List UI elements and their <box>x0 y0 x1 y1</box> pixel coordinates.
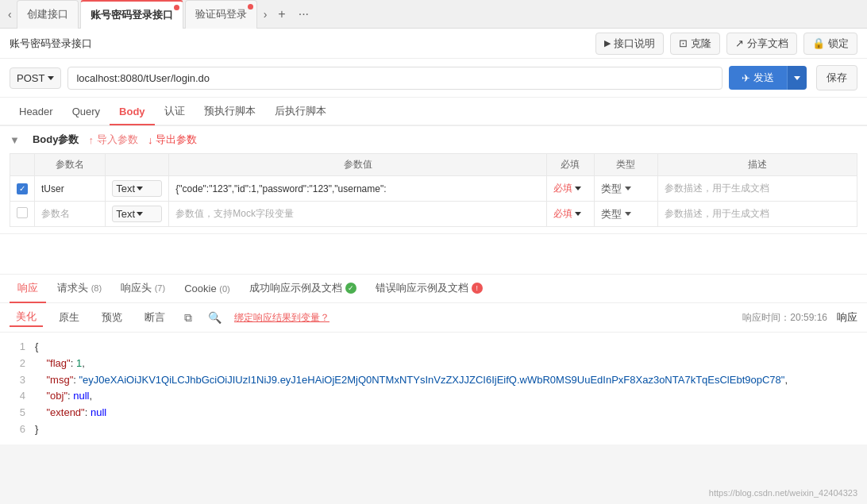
json-content-6: } <box>35 421 38 438</box>
export-label: 导出参数 <box>156 133 197 147</box>
row2-desc[interactable]: 参数描述，用于生成文档 <box>657 202 857 227</box>
body-expand-icon: ▼ <box>10 134 20 146</box>
clone-btn[interactable]: ⊡ 克隆 <box>670 33 720 55</box>
json-line-3: 3 "msg": "eyJ0eXAiOiJKV1QiLCJhbGciOiJIUz… <box>13 372 854 389</box>
json-line-6: 6 } <box>13 421 854 438</box>
save-button[interactable]: 保存 <box>816 65 857 90</box>
search-response-btn[interactable]: 🔍 <box>205 310 225 325</box>
row1-type-cell[interactable]: Text <box>106 176 169 202</box>
method-select[interactable]: POST <box>10 67 61 89</box>
tab-query[interactable]: Query <box>63 99 110 125</box>
clone-label: 克隆 <box>691 37 711 51</box>
res-tab-res-headers-label: 响应头 <box>121 282 152 294</box>
tab-login[interactable]: 账号密码登录接口 <box>80 0 183 29</box>
res-tab-cookie-badge: (0) <box>219 284 229 294</box>
row2-type-arrow <box>137 212 143 216</box>
tab-login-dot <box>174 5 179 10</box>
tab-more-btn[interactable]: ··· <box>292 0 315 29</box>
json-content-3: "msg": "eyJ0eXAiOiJKV1QiLCJhbGciOiJIUzI1… <box>35 372 788 389</box>
row1-name[interactable]: tUser <box>35 176 106 202</box>
send-button[interactable]: ✈ 发送 <box>729 66 787 90</box>
export-icon: ↓ <box>148 134 153 146</box>
res-tab-req-headers[interactable]: 请求头 (8) <box>49 275 110 303</box>
body-section: ▼ Body参数 ↑ 导入参数 ↓ 导出参数 参数名 参数值 必填 类型 描述 <box>0 126 867 234</box>
format-beautify-btn[interactable]: 美化 <box>10 308 43 327</box>
format-assert-btn[interactable]: 断言 <box>138 309 171 326</box>
export-params-btn[interactable]: ↓ 导出参数 <box>148 133 198 147</box>
row1-checkbox[interactable]: ✓ <box>17 183 28 194</box>
col-required: 必填 <box>546 154 594 176</box>
success-dot: ✓ <box>345 283 356 294</box>
url-bar: POST ✈ 发送 保存 <box>0 59 867 98</box>
json-line-2: 2 "flag": 1, <box>13 356 854 372</box>
row1-type2-cell[interactable]: 类型 <box>594 176 657 202</box>
row1-type-arrow <box>137 187 143 190</box>
row1-required: 必填 <box>553 183 572 194</box>
row2-required-cell[interactable]: 必填 <box>546 202 594 227</box>
row1-type-dropdown[interactable]: Text <box>112 180 162 197</box>
res-tab-res-headers[interactable]: 响应头 (7) <box>113 275 173 303</box>
row2-checkbox[interactable] <box>17 207 28 218</box>
json-linenum-4: 4 <box>13 388 25 405</box>
send-label: 发送 <box>753 71 774 85</box>
tab-post-script[interactable]: 后执行脚本 <box>265 98 336 126</box>
body-spacer <box>0 234 867 274</box>
row1-req-arrow <box>575 187 581 190</box>
res-tab-cookie[interactable]: Cookie (0) <box>176 276 238 302</box>
share-btn[interactable]: ↗ 分享文档 <box>726 33 797 55</box>
send-dropdown-btn[interactable] <box>787 66 807 90</box>
tab-pre-script[interactable]: 预执行脚本 <box>195 98 265 126</box>
format-raw-btn[interactable]: 原生 <box>52 309 86 326</box>
row2-type2-arrow <box>625 212 631 216</box>
tab-next-btn[interactable]: › <box>259 0 272 29</box>
row2-name[interactable]: 参数名 <box>35 202 106 227</box>
row2-type-dropdown[interactable]: Text <box>112 206 162 222</box>
format-preview-btn[interactable]: 预览 <box>95 309 129 326</box>
tab-sms-dot <box>248 4 253 10</box>
res-tab-res-headers-badge: (7) <box>155 283 165 293</box>
json-linenum-5: 5 <box>13 405 25 421</box>
tab-body[interactable]: Body <box>110 99 155 125</box>
row1-required-cell[interactable]: 必填 <box>546 176 594 202</box>
row1-type2[interactable]: 类型 <box>601 182 651 196</box>
json-content-2: "flag": 1, <box>35 356 85 372</box>
row1-value[interactable]: {"code":"123","id":1,"password":"123","u… <box>169 176 547 202</box>
row1-desc[interactable]: 参数描述，用于生成文档 <box>657 176 857 202</box>
tab-sms[interactable]: 验证码登录 <box>185 0 257 29</box>
tab-auth[interactable]: 认证 <box>155 98 195 126</box>
params-table: 参数名 参数值 必填 类型 描述 ✓ tUser Text <box>10 153 857 227</box>
row1-type-label: Text <box>116 183 135 194</box>
row2-req-arrow <box>575 212 581 216</box>
row2-type-label: Text <box>116 208 135 220</box>
json-line-1: 1 { <box>13 339 854 356</box>
col-name: 参数名 <box>35 154 106 176</box>
tab-create[interactable]: 创建接口 <box>17 0 79 29</box>
bind-variable-link[interactable]: 绑定响应结果到变量？ <box>234 311 329 325</box>
method-dropdown-icon <box>48 76 54 80</box>
tab-prev-btn[interactable]: ‹ <box>3 0 17 29</box>
tab-add-btn[interactable]: + <box>272 0 291 29</box>
row2-required: 必填 <box>553 208 572 219</box>
row2-type-cell[interactable]: Text <box>106 202 169 227</box>
row1-check-cell[interactable]: ✓ <box>10 176 35 202</box>
import-params-btn[interactable]: ↑ 导入参数 <box>88 133 138 147</box>
tab-login-label: 账号密码登录接口 <box>91 8 173 22</box>
lock-btn[interactable]: 🔒 锁定 <box>803 33 857 55</box>
copy-response-btn[interactable]: ⧉ <box>181 310 195 326</box>
json-output: 1 { 2 "flag": 1, 3 "msg": "eyJ0eXAiOiJKV… <box>0 333 867 444</box>
breadcrumb-actions: ▶ 接口说明 ⊡ 克隆 ↗ 分享文档 🔒 锁定 <box>595 33 857 55</box>
row2-type2-cell[interactable]: 类型 <box>594 202 657 227</box>
clone-icon: ⊡ <box>679 37 688 49</box>
res-tab-success-example[interactable]: 成功响应示例及文档 ✓ <box>241 275 364 303</box>
url-input[interactable] <box>67 67 722 90</box>
json-line-5: 5 "extend": null <box>13 405 854 421</box>
row2-type2[interactable]: 类型 <box>601 207 651 221</box>
res-tab-response[interactable]: 响应 <box>10 275 46 303</box>
breadcrumb-text: 账号密码登录接口 <box>10 37 92 51</box>
json-content-4: "obj": null, <box>35 388 92 405</box>
res-tab-error-example[interactable]: 错误响应示例及文档 ! <box>368 275 491 303</box>
api-doc-btn[interactable]: ▶ 接口说明 <box>595 33 664 55</box>
row2-value[interactable]: 参数值，支持Mock字段变量 <box>169 202 547 227</box>
tab-header[interactable]: Header <box>10 99 63 125</box>
row2-check-cell[interactable] <box>10 202 35 227</box>
